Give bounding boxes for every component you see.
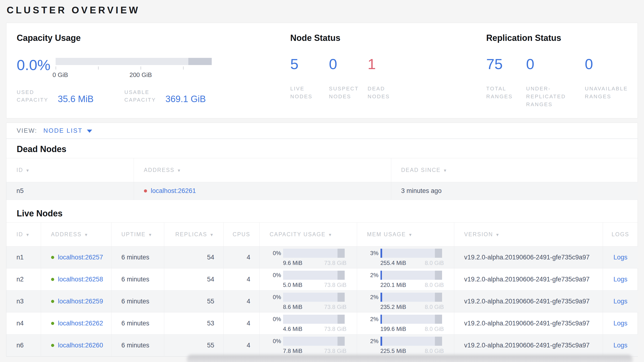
live-col-logs: LOGS (603, 223, 638, 247)
used-capacity-value: 35.6 MiB (58, 95, 94, 103)
dead-status-dot-icon (144, 189, 147, 193)
dead-node-dead-since: 3 minutes ago (391, 182, 638, 200)
node-address-link[interactable]: localhost:26259 (58, 298, 103, 305)
node-version: v19.2.0-alpha.20190606-2491-gfe735c9a97 (454, 334, 603, 356)
used-capacity-pair: USED CAPACITY 35.6 MiB (17, 88, 124, 104)
live-col-version[interactable]: VERSION (454, 223, 603, 247)
live-col-replicas[interactable]: REPLICAS (164, 223, 224, 247)
live-nodes-header-row: ID ADDRESS UPTIME REPLICAS CPUS CAPACITY… (6, 223, 638, 247)
node-uptime: 6 minutes (111, 269, 164, 290)
dead-nodes-heading: Dead Nodes (17, 144, 638, 154)
sort-desc-icon (496, 233, 500, 237)
view-label: VIEW: (17, 127, 37, 134)
mem-reserved-segment (435, 315, 442, 324)
node-list-card: VIEW: NODE LIST Dead Nodes ID ADDRESS DE… (6, 123, 638, 357)
node-capacity-usage: 0% 7.8 MiB 73.8 GiB (260, 334, 357, 356)
sort-desc-icon (148, 233, 152, 237)
axis-tick (98, 67, 98, 70)
capacity-reserved-segment (338, 337, 345, 346)
capacity-reserved-segment (338, 249, 345, 258)
view-selected-option[interactable]: NODE LIST (44, 127, 82, 134)
dead-node-address-link[interactable]: localhost:26261 (151, 187, 196, 195)
node-mem-usage: 2% 199.6 MiB 8.0 GiB (357, 312, 454, 334)
dead-nodes-header-row: ID ADDRESS DEAD SINCE (6, 158, 638, 182)
live-status-dot-icon (51, 344, 54, 347)
capacity-usage-bar (283, 337, 345, 346)
live-node-row: n1 localhost:26257 6 minutes 54 4 0% 9.6… (6, 247, 638, 269)
node-status-title: Node Status (290, 33, 486, 43)
live-col-capacity[interactable]: CAPACITY USAGE (260, 223, 357, 247)
node-uptime: 6 minutes (111, 290, 164, 312)
capacity-usage-title: Capacity Usage (17, 33, 290, 43)
suspect-nodes-count: 0 (329, 57, 368, 71)
live-node-row: n6 localhost:26260 6 minutes 55 4 0% 7.8… (6, 334, 638, 356)
node-status-stats: 5 LIVE NODES 0 SUSPECT NODES 1 (290, 57, 486, 100)
live-nodes-count: 5 (290, 57, 329, 71)
mem-usage-bar (380, 337, 442, 346)
node-id: n4 (6, 312, 41, 334)
node-uptime: 6 minutes (111, 312, 164, 334)
capacity-usage-bar (283, 293, 345, 302)
capacity-reserved-segment (338, 315, 345, 324)
dead-col-id[interactable]: ID (6, 158, 134, 182)
live-col-address[interactable]: ADDRESS (41, 223, 111, 247)
node-version: v19.2.0-alpha.20190606-2491-gfe735c9a97 (454, 247, 603, 269)
node-capacity-usage: 0% 9.6 MiB 73.8 GiB (260, 247, 357, 269)
capacity-axis: 0 GiB 200 GiB (56, 65, 212, 76)
node-logs-link[interactable]: Logs (603, 334, 638, 356)
mem-usage-bar (380, 271, 442, 280)
node-address-link[interactable]: localhost:26260 (58, 342, 103, 349)
dead-col-dead-since[interactable]: DEAD SINCE (391, 158, 638, 182)
node-logs-link[interactable]: Logs (603, 290, 638, 312)
live-status-dot-icon (51, 322, 54, 325)
live-col-uptime[interactable]: UPTIME (111, 223, 164, 247)
node-capacity-usage: 0% 4.6 MiB 73.8 GiB (260, 312, 357, 334)
sort-desc-icon (84, 233, 88, 237)
axis-tick (183, 67, 184, 70)
cluster-summary-card: Capacity Usage 0.0% 0 GiB 200 GiB (6, 23, 638, 118)
bottom-shadow (187, 355, 632, 362)
usable-capacity-pair: USABLE CAPACITY 369.1 GiB (124, 88, 206, 104)
under-replicated-ranges-stat: 0 UNDER- REPLICATED RANGES (526, 57, 585, 108)
node-version: v19.2.0-alpha.20190606-2491-gfe735c9a97 (454, 269, 603, 290)
capacity-bar-reserved-segment (188, 58, 212, 65)
replication-status-section: Replication Status 75 TOTAL RANGES 0 UND… (486, 23, 628, 118)
node-id: n6 (6, 334, 41, 356)
sort-desc-icon (26, 168, 30, 173)
dead-col-address[interactable]: ADDRESS (134, 158, 391, 182)
capacity-usage-bar (283, 271, 345, 280)
live-status-dot-icon (51, 300, 54, 303)
total-ranges-count: 75 (486, 57, 526, 71)
live-nodes-table: ID ADDRESS UPTIME REPLICAS CPUS CAPACITY… (6, 222, 638, 356)
node-logs-link[interactable]: Logs (603, 269, 638, 290)
node-logs-link[interactable]: Logs (603, 247, 638, 269)
node-logs-link[interactable]: Logs (603, 312, 638, 334)
view-selector-dropdown[interactable]: NODE LIST (44, 127, 92, 134)
capacity-gauge: 0.0% 0 GiB 200 GiB (17, 58, 290, 76)
live-col-mem[interactable]: MEM USAGE (357, 223, 454, 247)
node-id: n3 (6, 290, 41, 312)
capacity-percent: 0.0% (17, 58, 56, 72)
node-replicas: 53 (164, 312, 224, 334)
live-col-id[interactable]: ID (6, 223, 41, 247)
sort-desc-icon (210, 233, 214, 237)
sort-desc-icon (26, 233, 30, 237)
node-address-link[interactable]: localhost:26262 (58, 320, 103, 327)
node-address-link[interactable]: localhost:26257 (58, 254, 103, 261)
node-id: n1 (6, 247, 41, 269)
node-mem-usage: 2% 220.1 MiB 8.0 GiB (357, 269, 454, 290)
node-address-link[interactable]: localhost:26258 (58, 276, 103, 283)
live-col-cpus: CPUS (224, 223, 260, 247)
mem-usage-bar (380, 315, 442, 324)
node-cpus: 4 (224, 269, 260, 290)
node-address-cell: localhost:26259 (41, 290, 111, 312)
capacity-usage-bar (283, 315, 345, 324)
page-title: CLUSTER OVERVIEW (7, 5, 638, 16)
live-nodes-heading: Live Nodes (17, 209, 638, 219)
live-node-row: n3 localhost:26259 6 minutes 55 4 0% 8.6… (6, 290, 638, 312)
sort-desc-icon (177, 168, 182, 173)
node-mem-usage: 2% 235.2 MiB 8.0 GiB (357, 290, 454, 312)
node-mem-usage: 2% 225.5 MiB 8.0 GiB (357, 334, 454, 356)
sort-desc-icon (328, 233, 332, 237)
capacity-values: USED CAPACITY 35.6 MiB USABLE CAPACITY 3… (17, 88, 290, 104)
